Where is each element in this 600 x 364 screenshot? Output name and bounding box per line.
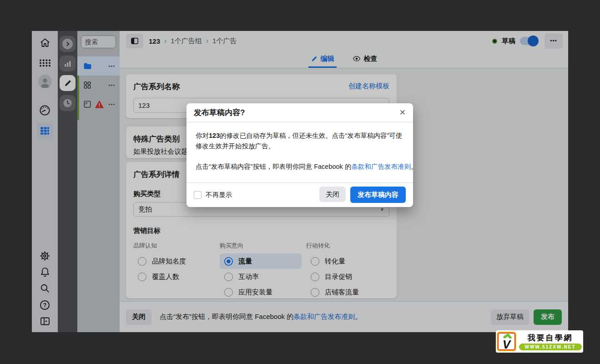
body1-prefix: 你对 <box>196 132 209 139</box>
watermark-site-name: 我要自學網 <box>528 333 573 343</box>
publish-draft-dialog: 发布草稿内容? ✕ 你对123的修改已自动存为草稿，但还未生效。点击“发布草稿内… <box>187 103 413 207</box>
watermark-site-url: WWW.51ZXW.NET <box>519 344 582 350</box>
close-icon[interactable]: ✕ <box>399 108 406 117</box>
dont-show-again-checkbox[interactable] <box>194 191 202 199</box>
leaf-icon <box>503 334 512 342</box>
dialog-title: 发布草稿内容? <box>194 107 245 118</box>
body1-rest: 的修改已自动存为草稿，但还未生效。点击“发布草稿内容”可使修改生效并开始投放广告… <box>196 132 402 150</box>
watermark-badge: V 我要自學網 WWW.51ZXW.NET <box>496 330 583 353</box>
publish-draft-button[interactable]: 发布草稿内容 <box>350 187 406 203</box>
watermark-logo-icon: V <box>497 332 516 351</box>
terms-link[interactable]: 条款和广告发布准则 <box>351 163 411 170</box>
dont-show-again-label: 不再显示 <box>206 191 232 199</box>
dialog-paragraph-2: 点击“发布草稿内容”按钮，即表明你同意 Facebook 的条款和广告发布准则。 <box>196 162 404 172</box>
dialog-paragraph-1: 你对123的修改已自动存为草稿，但还未生效。点击“发布草稿内容”可使修改生效并开… <box>196 131 404 152</box>
ads-manager-window: ? <box>32 31 568 332</box>
body2-suffix: 。 <box>411 163 418 170</box>
dialog-close-button[interactable]: 关闭 <box>319 187 346 202</box>
dialog-footer: 不再显示 关闭 发布草稿内容 <box>187 182 413 207</box>
body2-prefix: 点击“发布草稿内容”按钮，即表明你同意 Facebook 的 <box>196 163 351 170</box>
body1-campaign-name: 123 <box>209 132 220 139</box>
dialog-body: 你对123的修改已自动存为草稿，但还未生效。点击“发布草稿内容”可使修改生效并开… <box>187 122 413 176</box>
dialog-header: 发布草稿内容? ✕ <box>187 103 413 122</box>
